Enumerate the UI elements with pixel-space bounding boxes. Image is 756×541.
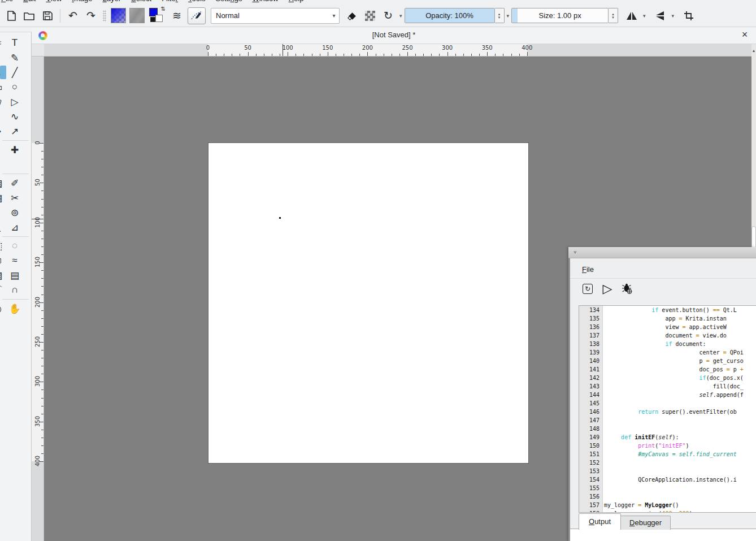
contiguous-select-tool-button[interactable]: ▧ (0, 269, 6, 282)
save-button[interactable] (40, 8, 55, 24)
bezier-select-tool-button[interactable]: ⌒ (0, 283, 6, 297)
colorize-mask-tool-button[interactable]: ◐ (0, 206, 6, 219)
transform-tool-button[interactable]: ⌗ (0, 143, 6, 157)
wraparound-mode-button[interactable] (681, 8, 697, 24)
code-line-155 (604, 484, 756, 492)
document-tab-bar: [Not Saved] * × (32, 27, 756, 44)
new-script-button[interactable]: ↻ (581, 282, 594, 296)
brush-presets-button[interactable]: ≋ (169, 8, 185, 24)
menu-tools[interactable]: Tools (183, 0, 210, 3)
polygonal-select-tool-button[interactable]: ⬡ (0, 254, 6, 267)
menu-file[interactable]: File (0, 0, 18, 3)
similar-select-tool-button[interactable]: ▤ (8, 269, 21, 282)
crop-tool-button[interactable]: ✄ (0, 36, 6, 50)
code-editor[interactable]: 1341351361371381391401411421431441451461… (579, 305, 756, 513)
color-sampler-tool-button[interactable]: ✐ (8, 176, 21, 190)
ruler-tick (431, 54, 432, 56)
tab-output[interactable]: Output (579, 513, 621, 530)
toolbar-drag-handle[interactable] (103, 10, 106, 21)
ruler-tick (224, 54, 224, 56)
polyline-tool-button[interactable]: ▷ (8, 95, 21, 109)
mirror-vertical-button[interactable] (653, 8, 668, 24)
menu-image[interactable]: Image (67, 0, 97, 3)
size-spinbox[interactable]: ▲ ▼ (609, 8, 618, 23)
pattern-chooser-button[interactable] (129, 8, 145, 23)
multibrush-tool-button[interactable]: ↗ (8, 124, 21, 138)
reload-dropdown-icon[interactable]: ▾ (399, 13, 402, 19)
new-document-button[interactable] (3, 8, 19, 24)
close-document-icon[interactable]: × (739, 29, 750, 41)
opacity-slider[interactable]: Opacity: 100% (405, 8, 495, 23)
freehand-path-tool-button[interactable]: ∫ (0, 110, 6, 123)
preserve-alpha-button[interactable] (362, 8, 378, 24)
opacity-value: Opacity: 100% (405, 8, 494, 23)
freehand-brush-tool-button[interactable]: ✎ (0, 66, 6, 79)
swap-colors-icon[interactable]: ⇅ (161, 6, 166, 12)
ruler-label: 250 (34, 336, 41, 348)
open-document-button[interactable] (21, 8, 37, 24)
pattern-edit-tool-button[interactable]: ▦ (0, 191, 6, 205)
scripter-titlebar[interactable]: ▾ (568, 247, 756, 258)
eraser-mode-button[interactable] (344, 8, 360, 24)
bezier-curve-tool-button[interactable]: ∿ (8, 110, 21, 123)
zoom-tool-button[interactable]: ◉ (0, 302, 6, 315)
freehand-select-tool-button[interactable]: ≈ (8, 254, 21, 267)
spin-down-icon[interactable]: ▼ (498, 16, 501, 19)
smart-patch-tool-button[interactable]: ✂ (8, 191, 21, 205)
blend-mode-combobox[interactable]: Normal ▾ (211, 8, 340, 24)
menu-help[interactable]: Help (284, 0, 309, 3)
line-tool-button[interactable]: ╱ (8, 66, 21, 79)
scroll-up-icon[interactable]: ▲ (751, 49, 756, 53)
assistants-tool-button[interactable]: △ (0, 220, 6, 234)
gradient-tool-button[interactable]: ▨ (0, 176, 6, 190)
gradient-chooser-button[interactable] (111, 8, 126, 23)
calligraphy-pen-tool-button[interactable]: ✎ (8, 51, 21, 64)
reload-preset-button[interactable]: ↻ (380, 8, 396, 24)
toolbox-row: ▨✐ (0, 176, 31, 191)
move-tool-button[interactable]: ✚ (8, 143, 21, 157)
rectangle-tool-button[interactable]: ▭ (0, 80, 6, 94)
edit-shapes-tool-button[interactable]: ▸ (0, 51, 6, 64)
enclose-fill-tool-button[interactable]: ⊚ (8, 206, 21, 219)
redo-button[interactable]: ↷ (83, 8, 99, 24)
undo-button[interactable]: ↶ (65, 8, 81, 24)
mirror-horizontal-dropdown-icon[interactable]: ▾ (643, 13, 646, 19)
polygon-tool-button[interactable]: ⬠ (0, 95, 6, 109)
rect-select-tool-button[interactable]: ⬚ (0, 239, 6, 253)
run-icon: ▷ (603, 283, 612, 295)
spin-down-icon[interactable]: ▼ (611, 16, 615, 19)
brush-size-slider[interactable]: Size: 1.00 px (511, 8, 609, 23)
opacity-dropdown-icon[interactable]: ▾ (507, 13, 510, 19)
ellipse-tool-button[interactable]: ○ (8, 80, 21, 94)
scripter-file-menu[interactable]: File (582, 265, 594, 274)
menu-select[interactable]: Select (126, 0, 157, 3)
foreground-background-colors[interactable]: ⇅ (149, 7, 166, 24)
pan-tool-button[interactable]: ✋ (8, 302, 21, 315)
dynamic-brush-tool-button[interactable]: ⇝ (0, 124, 6, 138)
text-tool-button[interactable]: T (8, 36, 21, 50)
menu-filter[interactable]: Filter (157, 0, 183, 3)
menu-window[interactable]: Window (247, 0, 283, 3)
mirror-horizontal-button[interactable] (624, 8, 640, 24)
menu-layer[interactable]: Layer (97, 0, 126, 3)
ellipse-select-tool-button[interactable]: ◌ (8, 239, 21, 253)
run-script-button[interactable]: ▷ (601, 282, 614, 296)
opacity-spinbox[interactable]: ▲ ▼ (495, 8, 505, 23)
debug-script-button[interactable] (620, 282, 634, 296)
menu-view[interactable]: View (41, 0, 67, 3)
brush-pen-icon (190, 10, 203, 21)
menu-edit[interactable]: Edit (18, 0, 41, 3)
output-area[interactable] (570, 529, 756, 541)
code-text[interactable]: if event.button() == Qt.L app = Krita.in… (603, 306, 756, 512)
freehand-brush-tool-icon: ✎ (0, 67, 1, 79)
tab-debugger[interactable]: Debugger (620, 516, 671, 530)
collapse-panel-icon[interactable]: ▾ (573, 249, 577, 256)
mirror-vertical-dropdown-icon[interactable]: ▾ (672, 13, 675, 19)
brush-editor-button[interactable] (188, 7, 206, 24)
menu-settings[interactable]: Settings (210, 0, 247, 3)
background-color-swatch[interactable] (155, 15, 163, 22)
fill-tool-button[interactable]: ▯ (0, 158, 6, 171)
magnetic-select-tool-button[interactable]: ∩ (8, 283, 21, 297)
document-canvas[interactable] (208, 143, 528, 463)
measure-tool-button[interactable]: ⊿ (8, 220, 21, 234)
